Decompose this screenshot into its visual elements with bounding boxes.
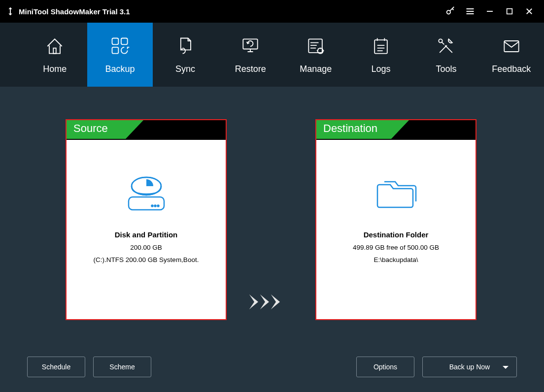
logs-icon [370, 35, 392, 57]
home-icon [44, 35, 66, 57]
nav-manage[interactable]: Manage [283, 23, 348, 87]
svg-rect-3 [112, 38, 118, 44]
options-button[interactable]: Options [356, 357, 414, 377]
maximize-button[interactable] [500, 0, 519, 23]
close-button[interactable] [519, 0, 539, 23]
nav-backup[interactable]: Backup [87, 23, 152, 87]
svg-point-14 [154, 205, 156, 207]
source-card-header: Source [67, 120, 226, 140]
svg-rect-9 [374, 40, 387, 54]
menu-button[interactable] [460, 0, 480, 23]
button-label: Back up Now [449, 363, 490, 371]
minimize-icon [485, 7, 494, 16]
nav-label: Tools [436, 64, 456, 74]
disk-icon [122, 168, 171, 221]
chevron-right-icon [249, 294, 258, 309]
key-icon [445, 6, 456, 17]
back-up-now-button[interactable]: Back up Now [422, 357, 517, 377]
maximize-icon [506, 7, 513, 15]
source-card-body: Disk and Partition 200.00 GB (C:).NTFS 2… [67, 140, 226, 263]
footer-bar: Schedule Scheme Options Back up Now [0, 352, 544, 382]
nav-tools[interactable]: Tools [413, 23, 478, 87]
key-button[interactable] [441, 0, 460, 23]
chevron-right-icon [260, 294, 269, 309]
nav-label: Backup [105, 64, 135, 74]
chevron-down-icon [503, 366, 509, 369]
source-tab: Source [67, 120, 126, 139]
manage-icon [305, 35, 327, 57]
scheme-button[interactable]: Scheme [93, 357, 151, 377]
restore-icon [239, 35, 261, 57]
tools-icon [435, 35, 457, 57]
svg-point-0 [447, 10, 450, 14]
chevron-right-icon [271, 294, 280, 309]
nav-label: Manage [300, 64, 332, 74]
source-card[interactable]: Source Disk and Partition 200.00 GB (C [66, 119, 227, 320]
feedback-icon [501, 35, 522, 57]
sync-icon [5, 6, 16, 17]
main-area: Source Disk and Partition 200.00 GB (C [0, 87, 544, 348]
svg-rect-1 [507, 9, 512, 14]
title-bar: MiniTool ShadowMaker Trial 3.1 [0, 0, 544, 23]
destination-path: E:\backupdata\ [374, 256, 418, 263]
minimize-button[interactable] [480, 0, 500, 23]
menu-icon [465, 6, 475, 16]
schedule-button[interactable]: Schedule [27, 357, 85, 377]
nav-logs[interactable]: Logs [348, 23, 413, 87]
nav-sync[interactable]: Sync [153, 23, 218, 87]
nav-home[interactable]: Home [22, 23, 87, 87]
svg-rect-2 [53, 48, 56, 53]
destination-title: Destination Folder [364, 230, 429, 239]
destination-tab-label: Destination [323, 122, 377, 135]
svg-point-15 [151, 205, 153, 207]
button-label: Scheme [109, 363, 135, 371]
nav-label: Feedback [492, 64, 531, 74]
nav-label: Home [43, 64, 67, 74]
app-title: MiniTool ShadowMaker Trial 3.1 [19, 7, 130, 16]
svg-rect-5 [112, 47, 118, 53]
nav-feedback[interactable]: Feedback [479, 23, 544, 87]
nav-label: Sync [175, 64, 195, 74]
svg-rect-11 [504, 41, 518, 52]
sync-page-icon [174, 35, 196, 57]
main-nav: Home Backup Sync [0, 23, 544, 87]
folder-icon [372, 168, 421, 221]
arrow-chevrons [249, 294, 280, 309]
svg-point-13 [157, 205, 159, 207]
svg-rect-12 [129, 197, 164, 210]
nav-restore[interactable]: Restore [218, 23, 283, 87]
source-size: 200.00 GB [130, 244, 162, 251]
destination-tab: Destination [316, 120, 391, 139]
destination-free: 499.89 GB free of 500.00 GB [353, 244, 439, 251]
destination-card-body: Destination Folder 499.89 GB free of 500… [316, 140, 476, 263]
destination-card[interactable]: Destination Destination Folder 499.89 GB… [315, 119, 476, 320]
button-label: Schedule [42, 363, 70, 371]
nav-label: Restore [235, 64, 266, 74]
close-icon [525, 7, 534, 16]
nav-label: Logs [372, 64, 391, 74]
source-tab-label: Source [73, 122, 108, 135]
svg-rect-4 [121, 38, 127, 44]
source-title: Disk and Partition [115, 230, 178, 239]
backup-icon [109, 35, 131, 57]
button-label: Options [374, 363, 397, 371]
destination-card-header: Destination [316, 120, 476, 140]
source-detail: (C:).NTFS 200.00 GB System,Boot. [94, 256, 199, 263]
app-logo: MiniTool ShadowMaker Trial 3.1 [5, 6, 130, 17]
